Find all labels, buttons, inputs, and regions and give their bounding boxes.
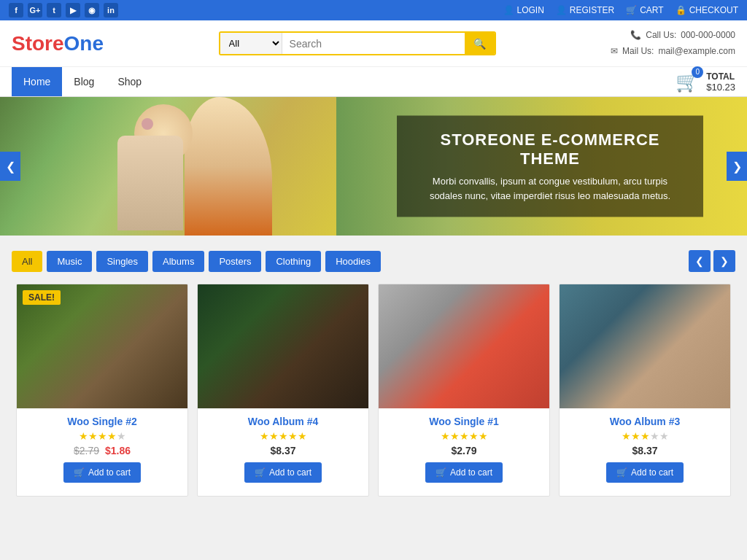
user-icon: 👤 [503, 5, 514, 15]
checkout-link[interactable]: 🔒 CHECKOUT [676, 5, 738, 15]
cart-total: TOTAL $10.23 [706, 71, 735, 93]
product-stars-4: ★★★★★ [565, 430, 724, 442]
search-input[interactable] [282, 33, 465, 54]
register-link[interactable]: 👤 REGISTER [556, 5, 614, 15]
header: StoreOne All Music Albums Singles Poster… [0, 20, 747, 67]
product-image-2 [198, 284, 368, 408]
product-name-2[interactable]: Woo Album #4 [204, 416, 363, 427]
product-name-3[interactable]: Woo Single #1 [384, 416, 543, 427]
hero-text-overlay: STOREONE E-COMMERCE THEME Morbi convalli… [397, 116, 703, 217]
instagram-icon[interactable]: ◉ [85, 3, 99, 18]
products-prev-button[interactable]: ❮ [689, 250, 711, 272]
header-contact: 📞 Call Us: 000-000-0000 ✉ Mail Us: mail@… [611, 28, 735, 59]
add-to-cart-1[interactable]: 🛒 Add to cart [63, 462, 141, 483]
price-4: $8.37 [632, 445, 657, 456]
cart-link[interactable]: 🛒 CART [626, 5, 663, 15]
contact-mail-label: Mail Us: [622, 44, 654, 60]
contact-phone-label: Call Us: [646, 28, 676, 44]
filter-tab-hoodies[interactable]: Hoodies [325, 251, 381, 272]
login-link[interactable]: 👤 LOGIN [503, 5, 544, 15]
cart-icon-wrap[interactable]: 🛒 0 [676, 71, 699, 93]
cart-total-amount: $10.23 [706, 82, 735, 93]
price-2: $8.37 [270, 445, 295, 456]
product-card-2: Woo Album #4 ★★★★★ $8.37 🛒 Add to cart [197, 284, 369, 497]
logo-one: One [64, 32, 104, 55]
social-icons: f G+ t ▶ ◉ in [9, 3, 118, 18]
cart-area: 🛒 0 TOTAL $10.23 [676, 71, 735, 93]
product-card-3: Woo Single #1 ★★★★★ $2.79 🛒 Add to cart [378, 284, 550, 497]
filter-tabs: All Music Singles Albums Posters Clothin… [12, 251, 381, 272]
product-info-1: Woo Single #2 ★★★★★ $2.79 $1.86 🛒 Add to… [17, 408, 187, 496]
product-stars-2: ★★★★★ [204, 430, 363, 442]
lock-icon: 🔒 [676, 5, 686, 15]
user-icon-register: 👤 [556, 5, 567, 15]
product-name-1[interactable]: Woo Single #2 [23, 416, 182, 427]
product-info-3: Woo Single #1 ★★★★★ $2.79 🛒 Add to cart [379, 408, 549, 496]
navigation: Home Blog Shop 🛒 0 TOTAL $10.23 [0, 67, 747, 97]
product-image-1: SALE! [17, 284, 187, 408]
cart-top-icon: 🛒 [626, 5, 637, 15]
linkedin-icon[interactable]: in [104, 3, 118, 18]
product-grid: SALE! Woo Single #2 ★★★★★ $2.79 $1.86 🛒 … [12, 284, 735, 497]
filter-tab-albums[interactable]: Albums [152, 251, 204, 272]
filter-tab-clothing[interactable]: Clothing [266, 251, 321, 272]
filter-bar: All Music Singles Albums Posters Clothin… [12, 250, 735, 272]
mail-icon: ✉ [611, 44, 618, 60]
filter-tab-posters[interactable]: Posters [209, 251, 261, 272]
googleplus-icon[interactable]: G+ [28, 3, 42, 18]
product-info-4: Woo Album #3 ★★★★★ $8.37 🛒 Add to cart [560, 408, 730, 496]
nav-left: Home Blog Shop [12, 67, 153, 96]
add-to-cart-4[interactable]: 🛒 Add to cart [606, 462, 684, 483]
search-button[interactable]: 🔍 [465, 33, 495, 54]
search-category-select[interactable]: All Music Albums Singles Posters Clothin… [220, 33, 282, 54]
filter-tab-singles[interactable]: Singles [96, 251, 148, 272]
add-to-cart-3[interactable]: 🛒 Add to cart [425, 462, 503, 483]
filter-nav: ❮ ❯ [689, 250, 735, 272]
product-stars-3: ★★★★★ [384, 430, 543, 442]
hero-prev-button[interactable]: ❮ [0, 152, 20, 181]
price-wrap-2: $8.37 [204, 445, 363, 456]
products-next-button[interactable]: ❯ [713, 250, 735, 272]
nav-item-home[interactable]: Home [12, 67, 62, 96]
cart-btn-icon-4: 🛒 [616, 467, 627, 478]
logo-store: Store [12, 32, 64, 55]
filter-tab-music[interactable]: Music [47, 251, 92, 272]
price-new-1: $1.86 [105, 445, 131, 456]
hero-banner: STOREONE E-COMMERCE THEME Morbi convalli… [0, 97, 747, 236]
add-to-cart-2[interactable]: 🛒 Add to cart [244, 462, 322, 483]
price-old-1: $2.79 [74, 445, 99, 456]
cart-badge: 0 [692, 66, 703, 78]
product-image-4 [560, 284, 730, 408]
search-bar: All Music Albums Singles Posters Clothin… [219, 31, 496, 55]
nav-item-blog[interactable]: Blog [62, 67, 106, 96]
contact-mail: mail@example.com [658, 44, 735, 60]
price-wrap-1: $2.79 $1.86 [23, 445, 182, 456]
facebook-icon[interactable]: f [9, 3, 23, 18]
nav-item-shop[interactable]: Shop [106, 67, 153, 96]
price-wrap-3: $2.79 [384, 445, 543, 456]
product-name-4[interactable]: Woo Album #3 [565, 416, 724, 427]
sale-badge-1: SALE! [23, 290, 61, 305]
price-3: $2.79 [451, 445, 476, 456]
hero-person-image [0, 97, 336, 236]
product-image-3 [379, 284, 549, 408]
cart-btn-icon-3: 🛒 [436, 467, 446, 478]
top-bar-right: 👤 LOGIN 👤 REGISTER 🛒 CART 🔒 CHECKOUT [503, 5, 738, 15]
contact-phone: 000-000-0000 [681, 28, 735, 44]
phone-icon: 📞 [630, 28, 641, 44]
cart-total-label: TOTAL [706, 71, 735, 82]
hero-subtitle: Morbi convallis, ipsum at congue vestibu… [417, 174, 683, 203]
twitter-icon[interactable]: t [47, 3, 61, 18]
product-card-1: SALE! Woo Single #2 ★★★★★ $2.79 $1.86 🛒 … [16, 284, 188, 497]
product-info-2: Woo Album #4 ★★★★★ $8.37 🛒 Add to cart [198, 408, 368, 496]
cart-btn-icon-1: 🛒 [74, 467, 85, 478]
product-card-4: Woo Album #3 ★★★★★ $8.37 🛒 Add to cart [559, 284, 731, 497]
price-wrap-4: $8.37 [565, 445, 724, 456]
youtube-icon[interactable]: ▶ [66, 3, 80, 18]
filter-tab-all[interactable]: All [12, 251, 42, 272]
hero-next-button[interactable]: ❯ [727, 152, 747, 181]
hero-model-image [0, 97, 336, 236]
logo: StoreOne [12, 32, 104, 55]
hero-title: STOREONE E-COMMERCE THEME [417, 131, 683, 168]
products-section: All Music Singles Albums Posters Clothin… [0, 236, 747, 511]
